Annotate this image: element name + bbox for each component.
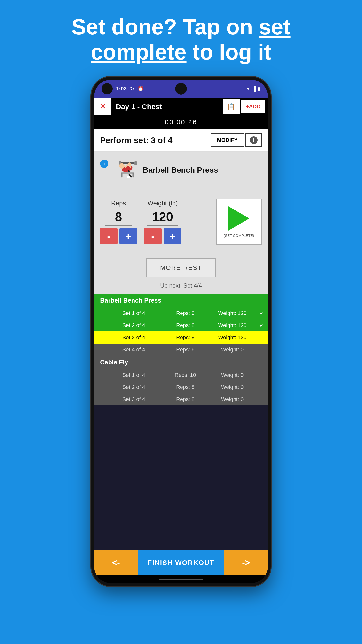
weight-buttons: - +: [144, 228, 181, 244]
log-weight: Weight: 120: [210, 334, 255, 341]
reps-group: Reps 8 - +: [100, 200, 137, 244]
header-text-line2: to log it: [187, 40, 271, 64]
current-arrow-icon: →: [98, 334, 105, 341]
timer-display: 00:00:26: [165, 118, 197, 126]
info-button[interactable]: i: [245, 133, 262, 147]
exercise-name: Barbell Bench Press: [143, 166, 218, 174]
status-right: ▼ ▐ ▮: [246, 86, 261, 92]
log-reps: Reps: 8: [163, 322, 208, 328]
next-button[interactable]: ->: [224, 550, 268, 576]
svg-point-14: [127, 176, 131, 178]
weight-value: 120: [147, 210, 178, 226]
log-reps: Reps: 8: [163, 334, 208, 341]
reps-value: 8: [105, 210, 132, 226]
alarm-icon: ⏰: [138, 86, 144, 92]
reps-minus-button[interactable]: -: [100, 228, 117, 244]
weight-group: Weight (lb) 120 - +: [144, 200, 181, 244]
log-row[interactable]: Set 3 of 4 Reps: 8 Weight: 0: [94, 393, 268, 406]
log-weight: Weight: 0: [210, 346, 255, 353]
log-set: Set 3 of 4: [106, 334, 161, 341]
header-underline-complete: complete: [91, 40, 186, 64]
phone-home-bar: [94, 576, 268, 583]
log-table: Barbell Bench Press Set 1 of 4 Reps: 8 W…: [94, 294, 268, 550]
up-next-text: Up next: Set 4/4: [160, 282, 202, 289]
info-circle-icon: i: [250, 136, 258, 144]
log-group1-header: Barbell Bench Press: [94, 294, 268, 307]
log-reps: Reps: 6: [163, 346, 208, 353]
perform-title: Perform set: 3 of 4: [100, 136, 173, 145]
status-left: 1:03 ↻ ⏰: [101, 83, 144, 94]
clipboard-icon: 📋: [227, 103, 236, 110]
modify-button[interactable]: MODIFY: [211, 133, 244, 147]
log-weight: Weight: 120: [210, 322, 255, 328]
sync-icon: ↻: [130, 86, 134, 92]
controls-area: Reps 8 - + Weight (lb) 120: [94, 194, 268, 252]
log-row[interactable]: Set 1 of 4 Reps: 8 Weight: 120 ✓: [94, 307, 268, 319]
header-text-line1: Set done? Tap on: [71, 15, 259, 39]
set-complete-label: (SET COMPLETE): [224, 234, 254, 238]
status-bar: 1:03 ↻ ⏰ ▼ ▐ ▮: [94, 80, 268, 98]
perform-actions: MODIFY i: [211, 133, 262, 147]
page-header: Set done? Tap on set complete to log it: [0, 0, 362, 77]
checkmark-icon: ✓: [257, 310, 264, 316]
home-indicator: [159, 578, 203, 580]
svg-rect-2: [134, 162, 137, 165]
clipboard-button[interactable]: 📋: [223, 99, 240, 114]
checkmark-icon: ✓: [257, 322, 264, 328]
play-triangle-icon: [229, 206, 249, 230]
reps-buttons: - +: [100, 228, 137, 244]
status-time: 1:03: [116, 86, 127, 92]
log-set: Set 2 of 4: [106, 322, 161, 328]
bench-press-svg: [112, 158, 139, 178]
rep-weight-group: Reps 8 - + Weight (lb) 120: [100, 200, 210, 244]
weight-minus-button[interactable]: -: [144, 228, 162, 244]
exercise-info-icon[interactable]: i: [100, 160, 108, 168]
close-icon: ✕: [100, 102, 106, 110]
battery-icon: ▮: [258, 86, 261, 92]
log-reps: Reps: 8: [163, 310, 208, 316]
weight-label: Weight (lb): [147, 200, 178, 207]
svg-line-6: [130, 164, 130, 167]
reps-plus-button[interactable]: +: [119, 228, 137, 244]
header-underline-set: set: [259, 15, 291, 39]
camera-icon: [101, 83, 113, 94]
log-row-current[interactable]: → Set 3 of 4 Reps: 8 Weight: 120: [94, 332, 268, 344]
timer-bar: 00:00:26: [94, 116, 268, 129]
log-set: Set 1 of 4: [106, 310, 161, 316]
phone-device: 1:03 ↻ ⏰ ▼ ▐ ▮ ✕ Day 1 - Chest 📋 +ADD: [91, 77, 271, 586]
set-complete-button[interactable]: (SET COMPLETE): [216, 198, 262, 245]
modify-label: MODIFY: [217, 137, 238, 143]
more-rest-area: MORE REST Up next: Set 4/4: [94, 252, 268, 294]
wifi-icon: ▼: [246, 86, 251, 92]
add-label: +ADD: [246, 104, 261, 110]
more-rest-button[interactable]: MORE REST: [146, 258, 216, 278]
svg-point-4: [119, 163, 125, 168]
log-row[interactable]: Set 4 of 4 Reps: 6 Weight: 0: [94, 344, 268, 356]
log-weight: Weight: 120: [210, 310, 255, 316]
exercise-figure: [112, 158, 139, 182]
finish-workout-button[interactable]: FINISH WORKOUT: [138, 550, 224, 576]
log-row[interactable]: Set 1 of 4 Reps: 10 Weight: 0: [94, 369, 268, 381]
log-row[interactable]: Set 2 of 4 Reps: 8 Weight: 120 ✓: [94, 319, 268, 332]
exercise-area: i: [94, 152, 268, 186]
perform-header: Perform set: 3 of 4 MODIFY i: [94, 129, 268, 152]
add-button[interactable]: +ADD: [241, 100, 265, 113]
reps-label: Reps: [111, 200, 126, 207]
workout-title: Day 1 - Chest: [111, 102, 223, 111]
weight-plus-button[interactable]: +: [164, 228, 181, 244]
prev-button[interactable]: <-: [94, 550, 138, 576]
log-group2-header: Cable Fly: [94, 356, 268, 369]
bottom-bar: <- FINISH WORKOUT ->: [94, 550, 268, 576]
front-camera: [175, 83, 187, 94]
log-set: Set 4 of 4: [106, 346, 161, 353]
log-row[interactable]: Set 2 of 4 Reps: 8 Weight: 0: [94, 381, 268, 393]
app-bar: ✕ Day 1 - Chest 📋 +ADD: [94, 98, 268, 116]
close-button[interactable]: ✕: [94, 98, 111, 116]
svg-rect-9: [121, 172, 134, 174]
signal-icon: ▐: [253, 86, 256, 92]
